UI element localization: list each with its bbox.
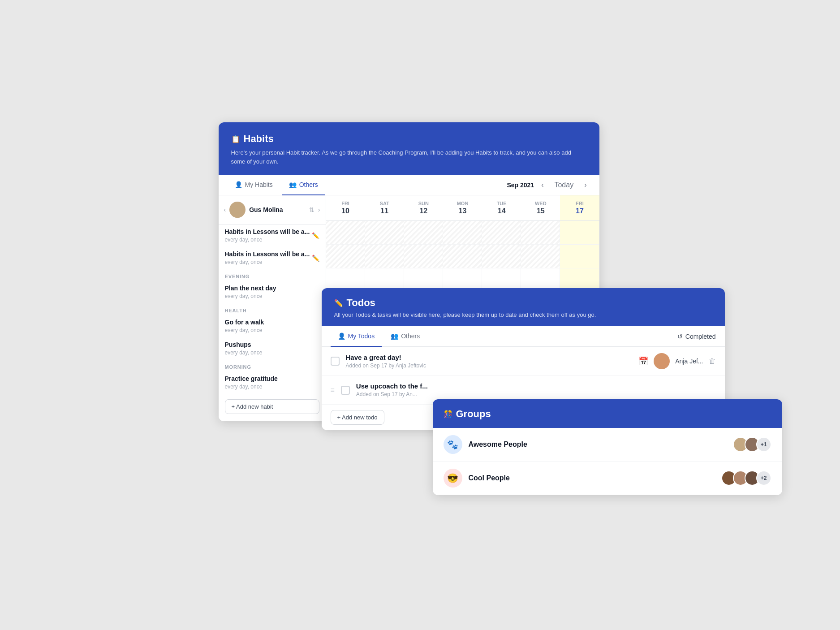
cal-day-tue14: TUE 14 [482,195,521,220]
habits-title: Habits [244,133,274,145]
groups-header: 🎊 Groups [433,399,782,428]
habits-month: Sep 2021 [507,181,534,189]
group-awesome-icon: 🐾 [444,435,462,454]
section-morning: MORNING [219,360,326,371]
todo-added-by: Added on Sep 17 by Anja Jeftovic [346,362,426,369]
todo-checkbox-1[interactable] [331,357,340,366]
cal-cell[interactable] [365,221,404,244]
section-health: HEALTH [219,303,326,315]
user-name: Gus Molina [249,206,306,213]
user-icon: 👤 [338,332,345,340]
groups-emoji-icon: 🎊 [444,410,452,419]
cal-day-fri17: FRI 17 [560,195,599,220]
habit-item: Pushups every day, once [219,337,326,360]
todos-title: Todos [347,297,375,309]
habits-next-btn[interactable]: › [581,179,590,191]
sort-icon: ⇅ [309,206,314,213]
habit-name: Go for a walk [225,319,264,326]
habit-name: Habits in Lessons will be a... [225,228,310,235]
group-icon: 👥 [391,332,398,340]
cal-row [326,221,599,245]
todos-emoji-icon: ✏️ [334,299,343,307]
cal-day-wed15: WED 15 [521,195,560,220]
group-item-awesome-people[interactable]: 🐾 Awesome People +1 [433,428,782,462]
habits-sidebar: ‹ Gus Molina ⇅ › Habits in Lessons will … [219,195,326,421]
todos-header: ✏️ Todos All your Todos & tasks will be … [322,288,725,326]
habits-tabs: 👤 My Habits 👥 Others Sep 2021 ‹ Today › [219,175,599,195]
habits-today-btn[interactable]: Today [551,179,577,191]
user-next-btn[interactable]: › [318,206,320,213]
todos-tabs: 👤 My Todos 👥 Others ↺ Completed [322,326,725,347]
habits-header: 📋 Habits Here's your personal Habit trac… [219,122,599,175]
cal-cell[interactable] [326,245,365,268]
todos-description: All your Todos & tasks will be visible h… [334,311,712,318]
cal-cell[interactable] [404,245,443,268]
cal-cell[interactable] [521,245,560,268]
user-selector[interactable]: ‹ Gus Molina ⇅ › [219,195,326,224]
habit-freq: every day, once [225,293,263,299]
cal-cell[interactable] [443,245,482,268]
todo-author-name: Anja Jef... [675,358,703,365]
edit-icon[interactable]: ✏️ [312,255,319,262]
habits-header-title: 📋 Habits [231,133,587,145]
add-habit-button[interactable]: + Add new habit [225,399,319,414]
svg-point-0 [234,205,241,211]
section-evening: EVENING [219,269,326,281]
cal-cell[interactable] [404,221,443,244]
habit-item: Habits in Lessons will be a... every day… [219,247,326,269]
group-count: +1 [756,437,771,452]
edit-icon[interactable]: ✏️ [312,232,319,239]
todos-header-title: ✏️ Todos [334,297,712,309]
cal-day-fri10: FRI 10 [326,195,365,220]
habits-emoji-icon: 📋 [231,135,240,143]
cal-cell[interactable] [482,245,521,268]
cal-cell[interactable] [482,221,521,244]
habits-tabs-left: 👤 My Habits 👥 Others [228,175,507,195]
group-count: +2 [756,470,771,486]
group-cool-name: Cool People [469,474,715,482]
cal-day-sat11: SAT 11 [365,195,404,220]
habit-freq: every day, once [225,327,263,333]
cal-cell[interactable] [443,221,482,244]
todos-tabs-left: 👤 My Todos 👥 Others [331,326,677,346]
add-todo-button[interactable]: + Add new todo [331,410,384,425]
tab-my-todos[interactable]: 👤 My Todos [331,326,382,347]
cal-cell[interactable] [521,221,560,244]
habit-item: Plan the next day every day, once [219,281,326,303]
cal-cell[interactable] [326,221,365,244]
habit-freq: every day, once [225,350,263,356]
group-awesome-avatars: +1 [733,437,771,452]
tab-todos-others[interactable]: 👥 Others [383,326,427,347]
cal-cell-today[interactable] [560,245,599,268]
user-icon: 👤 [235,181,242,188]
cal-day-mon13: MON 13 [443,195,482,220]
group-awesome-name: Awesome People [469,440,727,449]
todo-added-by: Added on Sep 17 by An... [356,391,417,397]
habit-freq: every day, once [225,237,263,243]
groups-card: 🎊 Groups 🐾 Awesome People +1 😎 Cool Peop… [433,399,782,495]
tab-my-habits[interactable]: 👤 My Habits [228,175,280,195]
habits-description: Here's your personal Habit tracker. As w… [231,148,587,166]
todo-title: Use upcoach to the f... [356,382,716,390]
todo-checkbox-2[interactable] [341,386,350,395]
completed-btn[interactable]: ↺ Completed [677,333,716,340]
cal-cell-today[interactable] [560,221,599,244]
habit-name: Pushups [225,341,263,348]
calendar-header: FRI 10 SAT 11 SUN 12 MON 13 [326,195,599,221]
todo-item: Have a great day! Added on Sep 17 by Anj… [322,347,725,376]
drag-icon[interactable]: ≡ [331,386,335,394]
habit-name: Plan the next day [225,285,276,292]
history-icon: ↺ [677,333,683,340]
group-cool-avatars: +2 [721,470,771,486]
group-cool-icon: 😎 [444,469,462,488]
group-item-cool-people[interactable]: 😎 Cool People +2 [433,462,782,495]
habits-prev-btn[interactable]: ‹ [538,179,547,191]
user-prev-btn[interactable]: ‹ [224,206,226,213]
cal-day-sun12: SUN 12 [404,195,443,220]
tab-others[interactable]: 👥 Others [282,175,325,195]
cal-cell[interactable] [365,245,404,268]
habit-item: Habits in Lessons will be a... every day… [219,224,326,247]
habit-freq: every day, once [225,259,263,265]
calendar-icon[interactable]: 📅 [638,356,648,366]
trash-icon[interactable]: 🗑 [709,357,716,365]
